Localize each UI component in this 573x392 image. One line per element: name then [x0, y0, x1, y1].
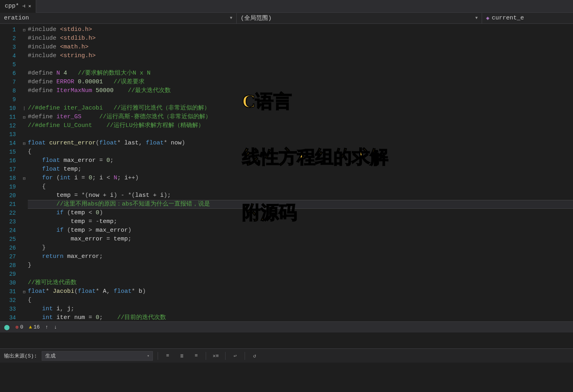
fold-toggle[interactable]: [21, 121, 28, 130]
scope-dropdown-1[interactable]: eration ▼: [0, 13, 237, 23]
chevron-down-icon: ▼: [230, 16, 232, 20]
fold-toggle[interactable]: [21, 52, 28, 60]
chevron-down-icon: ▾: [147, 354, 149, 358]
code-line[interactable]: max_error = temp;: [28, 235, 573, 244]
fold-toggle[interactable]: [21, 60, 28, 69]
fold-toggle[interactable]: [21, 217, 28, 226]
fold-toggle[interactable]: [21, 261, 28, 270]
fold-toggle[interactable]: [21, 69, 28, 78]
cube-icon: ◈: [486, 15, 489, 21]
line-number: 5: [0, 60, 21, 69]
fold-toggle[interactable]: [21, 43, 28, 52]
code-line[interactable]: #define iter_GS //运行高斯-赛德尔迭代（非常近似的解）: [28, 113, 573, 121]
line-number: 4: [0, 52, 21, 60]
fold-toggle[interactable]: [21, 78, 28, 86]
indent-left-icon[interactable]: ≡: [163, 351, 172, 361]
fold-toggle[interactable]: ⊟: [21, 139, 28, 148]
code-line[interactable]: temp = *(now + i) - *(last + i);: [28, 191, 573, 200]
line-number: 18: [0, 174, 21, 183]
line-number: 11: [0, 113, 21, 121]
clear-icon[interactable]: ✕≡: [211, 351, 220, 361]
nav-down-icon[interactable]: ↓: [54, 324, 57, 330]
history-icon[interactable]: ↺: [250, 351, 259, 361]
fold-toggle[interactable]: |: [21, 104, 28, 113]
scope-dropdown-2[interactable]: (全局范围) ▼: [237, 13, 482, 23]
fold-toggle[interactable]: [21, 200, 28, 209]
fold-toggle[interactable]: [21, 235, 28, 244]
line-number: 14: [0, 139, 21, 148]
fold-toggle[interactable]: [21, 270, 28, 279]
code-line[interactable]: {: [28, 183, 573, 191]
code-line[interactable]: if (temp > max_error): [28, 226, 573, 235]
line-number: 27: [0, 252, 21, 261]
fold-toggle[interactable]: [21, 226, 28, 235]
indent-right-icon[interactable]: ≡: [191, 351, 201, 361]
fold-toggle[interactable]: ⊟: [21, 113, 28, 121]
code-line[interactable]: {: [28, 148, 573, 156]
code-line[interactable]: }: [28, 244, 573, 252]
fold-toggle[interactable]: ⊟: [21, 287, 28, 296]
fold-toggle[interactable]: [21, 191, 28, 200]
code-line[interactable]: return max_error;: [28, 252, 573, 261]
code-line[interactable]: [28, 60, 573, 69]
code-line[interactable]: {: [28, 296, 573, 305]
close-icon[interactable]: ✕: [28, 3, 31, 9]
fold-toggle[interactable]: [21, 95, 28, 104]
member-dropdown[interactable]: ◈ current_e: [482, 15, 573, 21]
line-number: 12: [0, 121, 21, 130]
code-line[interactable]: [28, 130, 573, 139]
fold-toggle[interactable]: [21, 296, 28, 305]
code-line[interactable]: if (temp < 0): [28, 209, 573, 217]
code-line[interactable]: #define IterMaxNum 50000 //最大迭代次数: [28, 86, 573, 95]
code-line[interactable]: //#define iter_Jacobi //运行雅可比迭代（非常近似的解）: [28, 104, 573, 113]
fold-toggle[interactable]: [21, 252, 28, 261]
fold-toggle[interactable]: ⊟: [21, 174, 28, 183]
file-tab[interactable]: cpp* ⊣ ✕: [0, 0, 36, 13]
code-line[interactable]: #include <math.h>: [28, 43, 573, 52]
code-line[interactable]: }: [28, 261, 573, 270]
fold-toggle[interactable]: [21, 305, 28, 313]
fold-toggle[interactable]: [21, 34, 28, 43]
code-line[interactable]: for (int i = 0; i < N; i++): [28, 174, 573, 183]
fold-toggle[interactable]: [21, 183, 28, 191]
code-line[interactable]: float* Jacobi(float* A, float* b): [28, 287, 573, 296]
output-source-dropdown[interactable]: 生成 ▾: [42, 351, 153, 361]
code-line[interactable]: #define ERROR 0.00001 //误差要求: [28, 78, 573, 86]
line-number: 3: [0, 43, 21, 52]
code-line[interactable]: int i, j;: [28, 305, 573, 313]
code-line[interactable]: #include <stdio.h>: [28, 25, 573, 34]
code-line[interactable]: int iter num = 0; //目前的迭代次数: [28, 313, 573, 322]
wrap-icon[interactable]: ↩: [230, 351, 240, 361]
warning-count[interactable]: ▲ 16: [29, 324, 40, 330]
tab-bar: cpp* ⊣ ✕: [0, 0, 573, 13]
code-line[interactable]: float max_error = 0;: [28, 156, 573, 165]
code-line[interactable]: [28, 270, 573, 279]
code-line[interactable]: float temp;: [28, 165, 573, 174]
code-line[interactable]: #include <string.h>: [28, 52, 573, 60]
chevron-down-icon: ▼: [475, 16, 478, 20]
code-line[interactable]: float current_error(float* last, float* …: [28, 139, 573, 148]
fold-toggle[interactable]: [21, 86, 28, 95]
fold-toggle[interactable]: [21, 209, 28, 217]
fold-toggle[interactable]: [21, 313, 28, 322]
fold-toggle[interactable]: [21, 165, 28, 174]
indent-icon[interactable]: ≣: [177, 351, 187, 361]
line-number: 13: [0, 130, 21, 139]
nav-up-icon[interactable]: ↑: [45, 324, 48, 330]
error-count[interactable]: ⊗ 0: [15, 324, 23, 331]
fold-toggle[interactable]: [21, 148, 28, 156]
code-line[interactable]: #include <stdlib.h>: [28, 34, 573, 43]
code-line[interactable]: //这里不用abs的原因：abs不知道为什么一直报错，说是: [28, 200, 573, 209]
fold-toggle[interactable]: ⊟: [21, 25, 28, 34]
fold-toggle[interactable]: [21, 156, 28, 165]
code-line[interactable]: temp = -temp;: [28, 217, 573, 226]
code-line[interactable]: #define N 4 //要求解的数组大小N x N: [28, 69, 573, 78]
fold-toggle[interactable]: [21, 244, 28, 252]
fold-toggle[interactable]: [21, 279, 28, 287]
code-line[interactable]: //雅可比迭代函数: [28, 279, 573, 287]
pin-icon[interactable]: ⊣: [22, 3, 25, 9]
code-line[interactable]: //#define LU_Count //运行LU分解求解方程解（精确解）: [28, 121, 573, 130]
fold-toggle[interactable]: [21, 130, 28, 139]
code-line[interactable]: [28, 95, 573, 104]
code-area[interactable]: #include <stdio.h>#include <stdlib.h>#in…: [28, 24, 573, 321]
